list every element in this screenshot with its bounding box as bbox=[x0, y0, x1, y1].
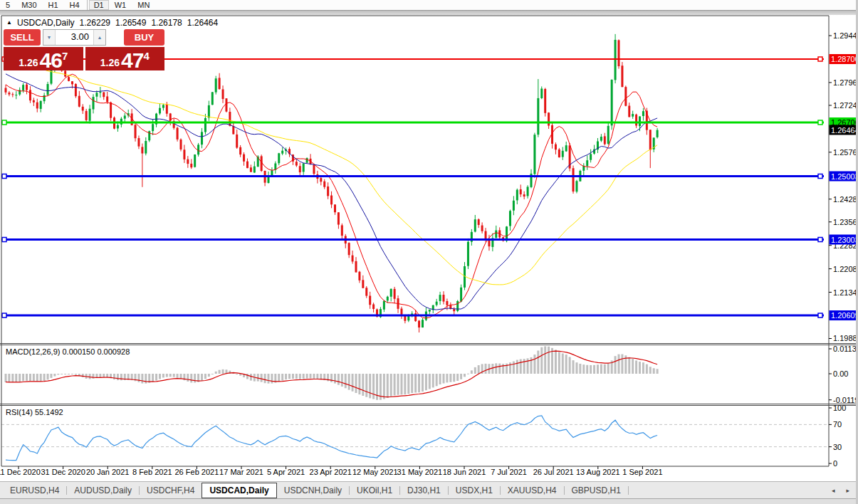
svg-text:1.28700: 1.28700 bbox=[831, 55, 858, 63]
tab-separator bbox=[628, 486, 629, 495]
timeframe-button-w1[interactable]: W1 bbox=[109, 0, 132, 10]
indicator-axes: 0.011350.00-0.0119010070300 bbox=[829, 345, 858, 468]
toolbar-bottom-band bbox=[0, 10, 858, 15]
timeframe-button-mn[interactable]: MN bbox=[132, 0, 155, 10]
svg-text:1.22080: 1.22080 bbox=[833, 265, 858, 273]
status-strip bbox=[0, 498, 858, 504]
tab-usdcnh-daily[interactable]: USDCNH,Daily bbox=[277, 483, 349, 498]
rsi-level-lines bbox=[1, 424, 829, 446]
svg-text:0.00: 0.00 bbox=[833, 369, 848, 378]
svg-text:1 Sep 2021: 1 Sep 2021 bbox=[622, 468, 662, 476]
svg-text:1.27240: 1.27240 bbox=[833, 101, 858, 110]
toolbar-separator bbox=[87, 0, 88, 10]
timeframe-button-5[interactable]: 5 bbox=[0, 0, 16, 10]
chevron-up-icon: ▲ bbox=[98, 35, 103, 40]
svg-text:1.29440: 1.29440 bbox=[833, 31, 858, 40]
tab-scroll-right-icon[interactable]: ▸ bbox=[846, 487, 849, 494]
sell-price-sup: 7 bbox=[62, 51, 68, 61]
timeframe-toolbar: 5M30H1H4D1W1MN bbox=[0, 0, 858, 10]
svg-text:12 May 2021: 12 May 2021 bbox=[352, 468, 398, 476]
svg-text:30: 30 bbox=[833, 443, 842, 451]
price-axis: 1.294401.279601.272401.257601.242801.235… bbox=[829, 31, 858, 342]
tab-scroll-arrows: ◂ ▸ bbox=[832, 487, 858, 494]
chart-symbol-label: USDCAD,Daily bbox=[17, 18, 75, 28]
price-level-lines bbox=[1, 57, 824, 317]
buy-price-sup: 4 bbox=[143, 51, 149, 61]
collapse-icon[interactable]: ▲ bbox=[6, 20, 12, 26]
chart-frame bbox=[0, 16, 858, 466]
tab-gbpusd-h1[interactable]: GBPUSD,H1 bbox=[565, 483, 628, 498]
svg-text:23 Apr 2021: 23 Apr 2021 bbox=[310, 468, 352, 476]
candles-layer bbox=[5, 34, 659, 332]
buy-price-big: 47 bbox=[121, 50, 143, 70]
svg-text:8 Feb 2021: 8 Feb 2021 bbox=[132, 468, 172, 476]
svg-text:-0.01190: -0.01190 bbox=[833, 396, 858, 404]
tab-xauusd-h4[interactable]: XAUUSD,H4 bbox=[501, 483, 564, 498]
volume-spinner: ▼ 3.00 ▲ bbox=[43, 29, 106, 46]
svg-text:5 Apr 2021: 5 Apr 2021 bbox=[267, 468, 305, 476]
svg-text:18 Jun 2021: 18 Jun 2021 bbox=[443, 468, 486, 476]
svg-text:1.23003: 1.23003 bbox=[831, 236, 858, 244]
tab-audusd-daily[interactable]: AUDUSD,Daily bbox=[67, 483, 139, 498]
price-chart[interactable]: 1.294401.279601.272401.257601.242801.235… bbox=[0, 0, 858, 504]
volume-increase-button[interactable]: ▲ bbox=[93, 30, 105, 45]
svg-text:0.01135: 0.01135 bbox=[833, 345, 858, 353]
sell-price-big: 46 bbox=[40, 50, 62, 70]
volume-decrease-button[interactable]: ▼ bbox=[43, 30, 56, 45]
buy-price-panel[interactable]: 1.26 47 4 bbox=[85, 47, 165, 70]
tab-eurusd-h4[interactable]: EURUSD,H4 bbox=[3, 483, 66, 498]
macd-indicator-label: MACD(12,26,9) 0.000150 0.000928 bbox=[6, 347, 130, 356]
svg-text:20 Jan 2021: 20 Jan 2021 bbox=[86, 468, 130, 476]
chart-tab-bar: EURUSD,H4AUDUSD,DailyUSDCHF,H4USDCAD,Dai… bbox=[0, 481, 858, 499]
svg-text:1.20609: 1.20609 bbox=[831, 311, 858, 320]
chart-title: ▲ USDCAD,Daily 1.26229 1.26549 1.26178 1… bbox=[6, 18, 218, 28]
svg-text:1.27960: 1.27960 bbox=[833, 78, 858, 87]
svg-text:1.19880: 1.19880 bbox=[833, 334, 858, 342]
tab-usdx-h1[interactable]: USDX,H1 bbox=[449, 483, 500, 498]
svg-text:26 Jul 2021: 26 Jul 2021 bbox=[533, 468, 574, 476]
timeframe-button-m30[interactable]: M30 bbox=[16, 0, 42, 10]
moving-averages bbox=[6, 52, 657, 318]
tab-dj30-h1[interactable]: DJ30,H1 bbox=[400, 483, 448, 498]
svg-text:31 Dec 2020: 31 Dec 2020 bbox=[41, 468, 85, 476]
sell-button[interactable]: SELL bbox=[4, 29, 41, 46]
timeframe-button-h4[interactable]: H4 bbox=[64, 0, 85, 10]
ohlc-high: 1.26549 bbox=[115, 18, 146, 28]
rsi-indicator-label: RSI(14) 55.1492 bbox=[6, 408, 63, 416]
tab-ukoil-h1[interactable]: UKOil,H1 bbox=[350, 483, 399, 498]
svg-text:11 Dec 2020: 11 Dec 2020 bbox=[0, 468, 41, 476]
ohlc-close: 1.26464 bbox=[187, 18, 218, 28]
svg-text:7 Jul 2021: 7 Jul 2021 bbox=[491, 468, 527, 476]
date-axis: 11 Dec 202031 Dec 202020 Jan 20218 Feb 2… bbox=[0, 466, 663, 476]
svg-text:17 Mar 2021: 17 Mar 2021 bbox=[219, 468, 263, 476]
one-click-trade-panel: SELL ▼ 3.00 ▲ BUY 1.26 46 7 1.26 47 4 bbox=[4, 29, 164, 70]
svg-text:100: 100 bbox=[833, 404, 846, 412]
svg-text:1.21340: 1.21340 bbox=[833, 288, 858, 297]
svg-text:1.26464: 1.26464 bbox=[831, 126, 858, 135]
timeframe-button-d1[interactable]: D1 bbox=[89, 0, 109, 10]
svg-text:31 May 2021: 31 May 2021 bbox=[397, 468, 443, 476]
chevron-down-icon: ▼ bbox=[47, 35, 52, 40]
chart-tabs: EURUSD,H4AUDUSD,DailyUSDCHF,H4USDCAD,Dai… bbox=[0, 482, 629, 499]
svg-text:0: 0 bbox=[833, 459, 837, 468]
svg-text:70: 70 bbox=[833, 420, 842, 429]
ohlc-low: 1.26178 bbox=[151, 18, 182, 28]
svg-text:26 Feb 2021: 26 Feb 2021 bbox=[175, 468, 219, 476]
rsi-pane bbox=[6, 416, 657, 461]
tab-scroll-left-icon[interactable]: ◂ bbox=[832, 487, 835, 494]
volume-input[interactable]: 3.00 bbox=[56, 30, 93, 45]
ohlc-open: 1.26229 bbox=[80, 18, 110, 28]
svg-text:1.25760: 1.25760 bbox=[833, 148, 858, 157]
svg-text:13 Aug 2021: 13 Aug 2021 bbox=[576, 468, 620, 476]
sell-price-prefix: 1.26 bbox=[19, 58, 38, 68]
tab-usdchf-h4[interactable]: USDCHF,H4 bbox=[140, 483, 202, 498]
buy-price-prefix: 1.26 bbox=[100, 58, 120, 68]
sell-price-panel[interactable]: 1.26 46 7 bbox=[4, 47, 83, 70]
timeframe-button-h1[interactable]: H1 bbox=[43, 0, 64, 10]
tab-usdcad-daily[interactable]: USDCAD,Daily bbox=[202, 483, 276, 498]
svg-text:1.25003: 1.25003 bbox=[831, 172, 858, 181]
buy-button[interactable]: BUY bbox=[124, 29, 164, 46]
svg-text:1.24280: 1.24280 bbox=[833, 195, 858, 204]
svg-text:1.23560: 1.23560 bbox=[833, 218, 858, 226]
